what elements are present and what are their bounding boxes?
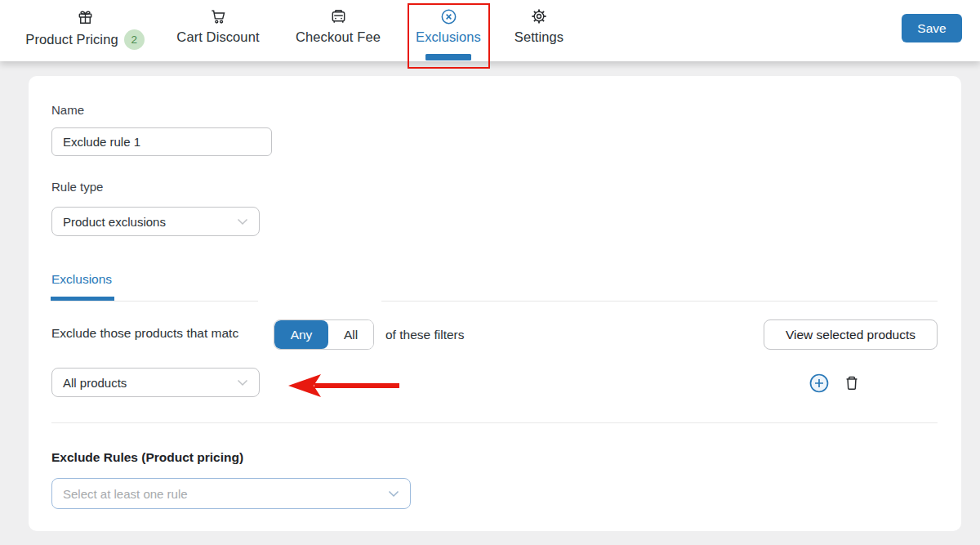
tab-cart-discount[interactable]: Cart Discount <box>163 7 273 45</box>
vehicle-icon <box>329 7 348 26</box>
gear-icon <box>530 7 548 26</box>
match-mode-toggle: Any All <box>274 319 374 350</box>
save-button[interactable]: Save <box>902 14 962 42</box>
tab-label: Cart Discount <box>176 29 259 45</box>
tab-settings[interactable]: Settings <box>508 7 570 45</box>
name-label: Name <box>51 103 84 117</box>
rule-type-label: Rule type <box>51 180 103 194</box>
section-tab-divider-left <box>51 301 258 302</box>
section-tab-active-underline <box>51 297 114 301</box>
tab-label: Checkout Fee <box>296 29 381 45</box>
tab-label: Exclusions <box>416 29 481 45</box>
section-tab-divider-right <box>381 301 938 302</box>
product-filter-select[interactable]: All products <box>51 368 260 397</box>
rule-type-select[interactable]: Product exclusions <box>51 207 260 236</box>
delete-filter-button[interactable] <box>843 374 861 392</box>
rule-type-value: Product exclusions <box>63 215 166 229</box>
view-selected-products-button[interactable]: View selected products <box>764 319 938 350</box>
tab-label: Settings <box>514 29 564 45</box>
section-divider <box>51 422 938 423</box>
chevron-down-icon <box>237 379 248 386</box>
product-filter-value: All products <box>63 376 127 390</box>
tab-checkout-fee[interactable]: Checkout Fee <box>286 7 390 45</box>
filter-sentence-prefix: Exclude those products that matc <box>51 326 274 341</box>
exclude-rules-label: Exclude Rules (Product pricing) <box>51 450 243 465</box>
chevron-down-icon <box>237 218 248 226</box>
chevron-down-icon <box>388 490 399 498</box>
match-all-button[interactable]: All <box>328 320 373 349</box>
exclude-rules-select[interactable]: Select at least one rule <box>51 478 411 509</box>
rule-name-input[interactable] <box>51 127 272 156</box>
rule-count-badge: 2 <box>124 29 145 50</box>
annotation-arrow <box>287 373 403 398</box>
gift-icon <box>76 7 95 26</box>
exclusions-section-tab[interactable]: Exclusions <box>51 272 112 287</box>
add-filter-button[interactable] <box>808 373 830 394</box>
match-any-button[interactable]: Any <box>274 320 328 349</box>
rule-editor-panel: Name Rule type Product exclusions Exclus… <box>29 76 961 531</box>
tab-product-pricing[interactable]: Product Pricing 2 <box>13 7 157 50</box>
circled-x-icon <box>439 7 458 26</box>
filter-sentence-suffix: of these filters <box>385 328 465 342</box>
tab-exclusions[interactable]: Exclusions <box>412 7 484 45</box>
active-tab-underline <box>425 54 471 60</box>
header-tab-bar: Product Pricing 2 Cart Discount <box>0 0 980 61</box>
exclude-rules-placeholder: Select at least one rule <box>63 487 188 501</box>
tab-label: Product Pricing <box>25 32 118 47</box>
cart-icon <box>209 7 228 26</box>
